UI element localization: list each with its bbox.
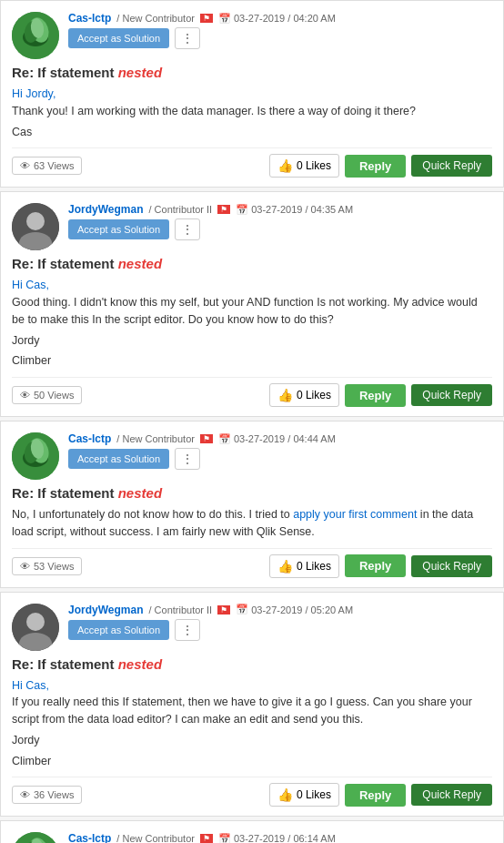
post-title-3: Re: If statement nested (12, 485, 492, 501)
post-text-2a: Good thing. I didn't know this my self, … (12, 296, 478, 326)
post-date-1: 📅 03-27-2019 / 04:20 AM (218, 13, 336, 25)
post-greeting-2: Hi Cas, (12, 279, 49, 291)
post-top-5: Cas-lctp / New Contributor ⚑ 📅 03-27-201… (12, 832, 492, 843)
user-role-1: / New Contributor (116, 13, 195, 24)
post-top-4: JordyWegman / Contributor II ⚑ 📅 03-27-2… (12, 604, 492, 651)
post-card-1: Cas-lctp / New Contributor ⚑ 📅 03-27-201… (0, 0, 504, 188)
accept-solution-btn-3[interactable]: Accept as Solution (68, 449, 169, 469)
svg-point-6 (26, 212, 45, 230)
post-top-2: JordyWegman / Contributor II ⚑ 📅 03-27-2… (12, 203, 492, 250)
reply-btn-4[interactable]: Reply (345, 784, 406, 807)
user-info-3: Cas-lctp / New Contributor ⚑ 📅 03-27-201… (68, 432, 492, 445)
flag-icon-4: ⚑ (217, 605, 230, 614)
post-body-3: No, I unfortunately do not know how to d… (12, 506, 492, 541)
header-right-2: Accept as Solution ⋮ (68, 218, 492, 240)
post-signature-4a: Jordy (12, 732, 492, 749)
post-signature-2b: Climber (12, 352, 492, 370)
likes-btn-2[interactable]: 👍 0 Likes (269, 383, 339, 407)
post-meta-5: Cas-lctp / New Contributor ⚑ 📅 03-27-201… (68, 832, 492, 843)
post-footer-1: 👁 63 Views 👍 0 Likes Reply Quick Reply (12, 147, 492, 178)
username-5[interactable]: Cas-lctp (68, 832, 111, 843)
header-right-3: Accept as Solution ⋮ (68, 448, 492, 470)
flag-icon-1: ⚑ (200, 14, 213, 23)
accept-solution-btn-2[interactable]: Accept as Solution (68, 219, 169, 239)
likes-count-4: 0 Likes (297, 788, 331, 801)
views-badge-1: 👁 63 Views (12, 157, 82, 175)
post-title-nested-1: nested (118, 65, 162, 80)
quick-reply-btn-4[interactable]: Quick Reply (411, 784, 492, 806)
calendar-icon-1: 📅 (218, 13, 231, 25)
avatar-5 (12, 832, 59, 843)
reply-btn-1[interactable]: Reply (345, 155, 406, 178)
post-title-re-4: Re: If statement (12, 656, 115, 672)
post-footer-3: 👁 53 Views 👍 0 Likes Reply Quick Reply (12, 548, 492, 578)
user-role-2: / Contributor II (148, 204, 212, 215)
quick-reply-btn-2[interactable]: Quick Reply (411, 384, 492, 406)
post-greeting-4: Hi Cas, (12, 679, 49, 692)
reply-btn-3[interactable]: Reply (345, 554, 406, 577)
thumb-icon-1: 👍 (277, 158, 293, 173)
svg-point-14 (26, 613, 45, 631)
likes-btn-4[interactable]: 👍 0 Likes (269, 783, 339, 807)
post-meta-2: JordyWegman / Contributor II ⚑ 📅 03-27-2… (68, 203, 492, 240)
footer-right-2: 👍 0 Likes Reply Quick Reply (269, 383, 492, 407)
views-badge-2: 👁 50 Views (12, 386, 82, 404)
post-text-3: No, I unfortunately do not know how to d… (12, 508, 473, 538)
post-title-2: Re: If statement nested (12, 256, 492, 271)
post-meta-4: JordyWegman / Contributor II ⚑ 📅 03-27-2… (68, 604, 492, 641)
likes-count-3: 0 Likes (297, 560, 331, 573)
username-3[interactable]: Cas-lctp (68, 432, 111, 445)
views-count-4: 36 Views (34, 789, 74, 800)
calendar-icon-3: 📅 (218, 433, 231, 445)
avatar-1 (12, 12, 59, 59)
avatar-2 (12, 203, 59, 250)
post-title-nested-2: nested (118, 256, 162, 271)
post-date-4: 📅 03-27-2019 / 05:20 AM (236, 604, 353, 615)
likes-btn-1[interactable]: 👍 0 Likes (269, 154, 339, 178)
user-info-2: JordyWegman / Contributor II ⚑ 📅 03-27-2… (68, 203, 492, 216)
post-card-5: Cas-lctp / New Contributor ⚑ 📅 03-27-201… (0, 820, 504, 843)
post-body-2: Hi Cas, Good thing. I didn't know this m… (12, 277, 492, 370)
post-footer-2: 👁 50 Views 👍 0 Likes Reply Quick Reply (12, 377, 492, 407)
header-right-1: Accept as Solution ⋮ (68, 27, 492, 49)
post-body-4: Hi Cas, If you really need this If state… (12, 677, 492, 770)
views-count-2: 50 Views (34, 390, 74, 401)
eye-icon-4: 👁 (20, 789, 30, 800)
more-options-btn-3[interactable]: ⋮ (175, 448, 200, 470)
user-role-4: / Contributor II (148, 604, 212, 615)
views-count-3: 53 Views (34, 561, 74, 572)
post-signature-4b: Climber (12, 753, 492, 770)
thumb-icon-3: 👍 (277, 559, 293, 574)
post-body-1: Hi Jordy, Thank you! I am working with t… (12, 86, 492, 140)
post-date-3: 📅 03-27-2019 / 04:44 AM (218, 433, 336, 445)
accept-solution-btn-4[interactable]: Accept as Solution (68, 620, 169, 640)
user-role-5: / New Contributor (116, 833, 195, 843)
post-top-1: Cas-lctp / New Contributor ⚑ 📅 03-27-201… (12, 12, 492, 59)
more-options-btn-4[interactable]: ⋮ (175, 619, 200, 641)
footer-right-4: 👍 0 Likes Reply Quick Reply (269, 783, 492, 807)
post-signature-1: Cas (12, 124, 492, 141)
post-title-nested-4: nested (118, 656, 162, 672)
post-card-3: Cas-lctp / New Contributor ⚑ 📅 03-27-201… (0, 421, 504, 588)
likes-count-2: 0 Likes (297, 389, 331, 401)
post-title-re-3: Re: If statement (12, 485, 115, 501)
calendar-icon-2: 📅 (236, 204, 248, 216)
username-2[interactable]: JordyWegman (68, 203, 143, 216)
username-4[interactable]: JordyWegman (68, 604, 143, 616)
footer-right-3: 👍 0 Likes Reply Quick Reply (269, 554, 492, 578)
post-text-1: Thank you! I am working with the data ma… (12, 105, 416, 117)
username-1[interactable]: Cas-lctp (68, 12, 111, 25)
post-card-2: JordyWegman / Contributor II ⚑ 📅 03-27-2… (0, 191, 504, 417)
accept-solution-btn-1[interactable]: Accept as Solution (68, 28, 169, 48)
more-options-btn-2[interactable]: ⋮ (175, 218, 200, 240)
header-right-4: Accept as Solution ⋮ (68, 619, 492, 641)
more-options-btn-1[interactable]: ⋮ (175, 27, 200, 49)
flag-icon-5: ⚑ (200, 834, 213, 843)
quick-reply-btn-1[interactable]: Quick Reply (411, 155, 492, 177)
likes-btn-3[interactable]: 👍 0 Likes (269, 554, 339, 578)
views-badge-3: 👁 53 Views (12, 557, 82, 575)
reply-btn-2[interactable]: Reply (345, 384, 406, 407)
footer-right-1: 👍 0 Likes Reply Quick Reply (269, 154, 492, 178)
quick-reply-btn-3[interactable]: Quick Reply (411, 555, 492, 577)
post-title-re-2: Re: If statement (12, 256, 115, 271)
